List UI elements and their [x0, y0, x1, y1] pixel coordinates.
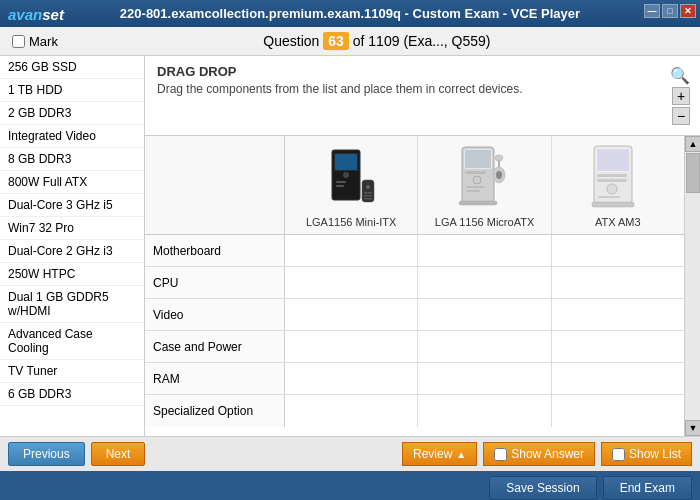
- list-item[interactable]: Dual-Core 2 GHz i3: [0, 240, 144, 263]
- grid-row-specialized[interactable]: Specialized Option: [145, 395, 684, 427]
- previous-button[interactable]: Previous: [8, 442, 85, 466]
- svg-point-3: [343, 172, 349, 178]
- review-button[interactable]: Review ▲: [402, 442, 477, 466]
- show-list-checkbox[interactable]: [612, 448, 625, 461]
- grid-cell-case-0[interactable]: [285, 331, 418, 362]
- svg-rect-17: [466, 190, 480, 192]
- question-label: Question: [263, 33, 319, 49]
- row-label-case-power: Case and Power: [145, 331, 285, 362]
- grid-cell-video-1[interactable]: [418, 299, 551, 330]
- grid-cell-video-0[interactable]: [285, 299, 418, 330]
- maximize-button[interactable]: □: [662, 4, 678, 18]
- component-list-panel[interactable]: 256 GB SSD 1 TB HDD 2 GB DDR3 Integrated…: [0, 56, 145, 436]
- svg-rect-18: [459, 201, 497, 205]
- scroll-down-arrow[interactable]: ▼: [685, 420, 700, 436]
- drag-drop-area[interactable]: LGA1156 Mini-ITX: [145, 136, 684, 436]
- mark-checkbox[interactable]: [12, 35, 25, 48]
- main-content: 256 GB SSD 1 TB HDD 2 GB DDR3 Integrated…: [0, 56, 700, 436]
- svg-rect-10: [364, 198, 372, 200]
- grid-cell-motherboard-0[interactable]: [285, 235, 418, 266]
- grid-row-motherboard[interactable]: Motherboard: [145, 235, 684, 267]
- svg-point-15: [473, 176, 481, 184]
- label-column-header: [145, 136, 285, 234]
- title-bar: avanset 220-801.examcollection.premium.e…: [0, 0, 700, 27]
- svg-rect-27: [597, 179, 627, 182]
- list-item[interactable]: Win7 32 Pro: [0, 217, 144, 240]
- svg-rect-16: [466, 186, 484, 188]
- window-controls: — □ ✕: [644, 4, 696, 18]
- computer-image-mini-itx: [289, 142, 413, 212]
- scrollbar[interactable]: ▲ ▼: [684, 136, 700, 436]
- svg-point-22: [495, 155, 503, 161]
- app-logo: avanset: [8, 5, 64, 22]
- svg-rect-13: [465, 150, 491, 168]
- grid-cell-case-1[interactable]: [418, 331, 551, 362]
- atx-label: ATX AM3: [556, 216, 680, 228]
- question-meta: (Exa..., Q559): [403, 33, 490, 49]
- close-button[interactable]: ✕: [680, 4, 696, 18]
- question-info: Question 63 of 1109 (Exa..., Q559): [66, 33, 688, 49]
- scroll-up-arrow[interactable]: ▲: [685, 136, 700, 152]
- list-item[interactable]: 2 GB DDR3: [0, 102, 144, 125]
- bottom-navigation: Previous Next Review ▲ Show Answer Show …: [0, 436, 700, 471]
- show-list-label: Show List: [629, 447, 681, 461]
- list-item[interactable]: 1 TB HDD: [0, 79, 144, 102]
- grid-row-case-power[interactable]: Case and Power: [145, 331, 684, 363]
- show-answer-checkbox[interactable]: [494, 448, 507, 461]
- list-item[interactable]: Dual 1 GB GDDR5 w/HDMI: [0, 286, 144, 323]
- list-item[interactable]: 256 GB SSD: [0, 56, 144, 79]
- zoom-controls: + −: [672, 87, 690, 125]
- grid-cell-motherboard-2[interactable]: [552, 235, 684, 266]
- grid-cell-ram-1[interactable]: [418, 363, 551, 394]
- end-exam-button[interactable]: End Exam: [603, 476, 692, 500]
- scroll-thumb[interactable]: [686, 153, 700, 193]
- list-item[interactable]: Advanced Case Cooling: [0, 323, 144, 360]
- list-item[interactable]: Dual-Core 3 GHz i5: [0, 194, 144, 217]
- list-item[interactable]: 8 GB DDR3: [0, 148, 144, 171]
- scroll-track[interactable]: [685, 152, 700, 420]
- svg-rect-25: [597, 149, 629, 171]
- grid-cell-cpu-1[interactable]: [418, 267, 551, 298]
- right-panel: DRAG DROP Drag the components from the l…: [145, 56, 700, 436]
- list-item[interactable]: 6 GB DDR3: [0, 383, 144, 406]
- question-type: DRAG DROP: [157, 64, 688, 79]
- svg-point-28: [607, 184, 617, 194]
- question-text-area: DRAG DROP Drag the components from the l…: [145, 56, 700, 136]
- minimize-button[interactable]: —: [644, 4, 660, 18]
- grid-row-cpu[interactable]: CPU: [145, 267, 684, 299]
- mini-itx-label: LGA1156 Mini-ITX: [289, 216, 413, 228]
- grid-cell-video-2[interactable]: [552, 299, 684, 330]
- microatx-label: LGA 1156 MicroATX: [422, 216, 546, 228]
- grid-row-ram[interactable]: RAM: [145, 363, 684, 395]
- svg-point-20: [496, 171, 502, 179]
- atx-svg: [590, 145, 645, 210]
- grid-cell-cpu-2[interactable]: [552, 267, 684, 298]
- grid-cell-specialized-2[interactable]: [552, 395, 684, 427]
- grid-cell-motherboard-1[interactable]: [418, 235, 551, 266]
- list-item[interactable]: TV Tuner: [0, 360, 144, 383]
- grid-cell-ram-2[interactable]: [552, 363, 684, 394]
- grid-cell-ram-0[interactable]: [285, 363, 418, 394]
- question-header: Mark Question 63 of 1109 (Exa..., Q559): [0, 27, 700, 56]
- show-list-button[interactable]: Show List: [601, 442, 692, 466]
- save-session-button[interactable]: Save Session: [489, 476, 596, 500]
- grid-row-video[interactable]: Video: [145, 299, 684, 331]
- zoom-out-button[interactable]: −: [672, 107, 690, 125]
- next-button[interactable]: Next: [91, 442, 146, 466]
- zoom-in-button[interactable]: +: [672, 87, 690, 105]
- list-item[interactable]: Integrated Video: [0, 125, 144, 148]
- grid-cell-case-2[interactable]: [552, 331, 684, 362]
- mark-checkbox-label[interactable]: Mark: [12, 34, 58, 49]
- computers-row: LGA1156 Mini-ITX: [145, 136, 684, 235]
- list-item[interactable]: 250W HTPC: [0, 263, 144, 286]
- grid-cell-cpu-0[interactable]: [285, 267, 418, 298]
- list-item[interactable]: 800W Full ATX: [0, 171, 144, 194]
- question-total: 1109: [368, 33, 399, 49]
- grid-cell-specialized-1[interactable]: [418, 395, 551, 427]
- show-answer-button[interactable]: Show Answer: [483, 442, 595, 466]
- grid-cell-specialized-0[interactable]: [285, 395, 418, 427]
- computer-cell-microatx: LGA 1156 MicroATX: [418, 136, 551, 234]
- computer-cell-atx: ATX AM3: [552, 136, 684, 234]
- row-label-cpu: CPU: [145, 267, 285, 298]
- svg-rect-14: [466, 171, 486, 174]
